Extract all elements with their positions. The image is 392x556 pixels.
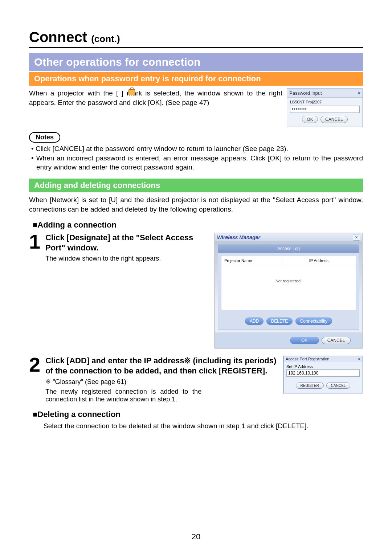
step2-sub1: ※ "Glossary" (See page 61) bbox=[45, 378, 279, 386]
password-field[interactable]: •••••••• bbox=[290, 106, 360, 113]
page-number: 20 bbox=[0, 532, 392, 541]
ip-address-input[interactable]: 192.168.10.100 bbox=[286, 369, 360, 377]
deleting-heading: ■Deleting a connection bbox=[29, 410, 363, 419]
wm-table: Projector Name IP Address Not registered… bbox=[221, 256, 356, 310]
access-port-registration-dialog: Access Port Registration × Set IP Addres… bbox=[283, 356, 363, 393]
page-title: Connect (cont.) bbox=[29, 29, 363, 45]
subheading-adddel: Adding and deleting connections bbox=[29, 179, 363, 192]
close-icon[interactable]: × bbox=[358, 90, 360, 96]
step-number-2: 2 bbox=[29, 356, 40, 403]
wm-titlebar: Wireless Manager × bbox=[215, 233, 362, 241]
apr-label: Set IP Address bbox=[286, 364, 360, 369]
notes-list: Click [CANCEL] at the password entry win… bbox=[29, 144, 363, 172]
close-icon[interactable]: × bbox=[358, 357, 360, 361]
connectability-button[interactable]: Connectability bbox=[295, 318, 332, 325]
step2-title: Click [ADD] and enter the IP address※ (i… bbox=[45, 356, 279, 376]
adddel-intro: When [Network] is set to [U] and the des… bbox=[29, 195, 363, 214]
cancel-button[interactable]: CANCEL bbox=[320, 116, 348, 123]
step2-sub2: The newly registered connection is added… bbox=[45, 388, 201, 403]
note-item: When an incorrect password is entered, a… bbox=[31, 154, 363, 172]
wm-col-ip-address: IP Address bbox=[282, 256, 356, 265]
step1-sub: The window shown to the right appears. bbox=[45, 255, 210, 262]
password-paragraph: When a projector with the [ ] mark is se… bbox=[29, 89, 282, 107]
title-cont: (cont.) bbox=[91, 33, 120, 44]
password-para-text: When a projector with the [ ] mark is se… bbox=[29, 89, 282, 106]
deleting-body: Select the connection to be deleted at t… bbox=[29, 421, 363, 431]
lock-icon bbox=[128, 89, 135, 95]
step-number-1: 1 bbox=[29, 233, 40, 262]
title-rule bbox=[29, 47, 363, 48]
ok-button[interactable]: OK bbox=[302, 116, 318, 123]
cancel-button[interactable]: CANCEL bbox=[326, 383, 351, 389]
password-dialog-device: LB50NT Proj2207 bbox=[290, 100, 360, 104]
password-dialog-titlebar: Password Input × bbox=[287, 89, 363, 98]
close-icon[interactable]: × bbox=[353, 234, 360, 241]
note-item: Click [CANCEL] at the password entry win… bbox=[31, 144, 363, 154]
wm-access-log-tab[interactable]: Access Log bbox=[218, 245, 359, 253]
title-main: Connect bbox=[29, 29, 87, 45]
subheading-password: Operations when password entry is requir… bbox=[29, 72, 363, 86]
password-input-dialog: Password Input × LB50NT Proj2207 •••••••… bbox=[287, 89, 363, 127]
adding-heading: ■Adding a connection bbox=[29, 220, 363, 230]
section-banner-other-ops: Other operations for connection bbox=[29, 53, 363, 71]
step1-title: Click [Designate] at the "Select Access … bbox=[45, 233, 210, 253]
delete-button[interactable]: DELETE bbox=[266, 318, 293, 325]
register-button[interactable]: REGISTER bbox=[296, 383, 324, 389]
add-button[interactable]: ADD bbox=[245, 318, 264, 325]
wm-col-projector-name: Projector Name bbox=[221, 256, 282, 265]
wireless-manager-dialog: Wireless Manager × Access Log Projector … bbox=[214, 233, 363, 349]
wm-empty-text: Not registered. bbox=[221, 279, 356, 283]
wm-title: Wireless Manager bbox=[217, 234, 260, 240]
ok-button[interactable]: OK bbox=[290, 337, 319, 344]
cancel-button[interactable]: CANCEL bbox=[322, 337, 351, 344]
apr-title: Access Port Registration bbox=[286, 357, 329, 361]
password-dialog-title: Password Input bbox=[289, 90, 322, 96]
notes-label: Notes bbox=[29, 132, 60, 143]
password-row: When a projector with the [ ] mark is se… bbox=[29, 89, 363, 127]
